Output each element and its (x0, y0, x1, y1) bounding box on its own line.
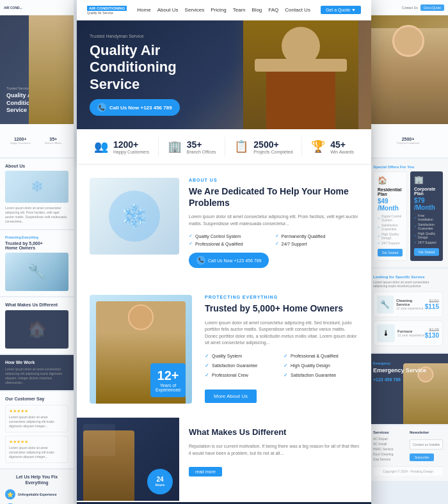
left-diff-title: What Makes Us Different (5, 303, 68, 308)
left-sidebar: AIR COND... Trusted Service Quality AirC… (0, 0, 74, 504)
main-content: AIR CONDITIONING Quality Air Service Hom… (77, 0, 371, 504)
different-content: What Makes Us Different Reputation is ou… (179, 418, 371, 501)
furnace-icon: 🌡 (377, 324, 395, 342)
trusted-section: 12+ Years ofExperienced Protecting Every… (77, 282, 371, 416)
trusted-feature-3: ✓Satisfaction Guarantee (205, 363, 280, 368)
corporate-btn[interactable]: Get Started (414, 248, 439, 256)
left-about-text: Lorem ipsum dolor sit amet consectetur a… (5, 206, 68, 224)
nav-faq[interactable]: FAQ (268, 7, 278, 13)
trusted-feature-4: ✓High Quality Design (284, 363, 358, 368)
footer-link-5[interactable]: Gas Service (373, 457, 406, 461)
service-pricing-section: Looking for Specific Service Lorem ipsum… (368, 269, 448, 352)
projects-icon: 📋 (234, 139, 248, 154)
awards-icon: 🏆 (311, 139, 325, 154)
years-badge: 12+ Years ofExperienced (150, 363, 186, 397)
nav-team[interactable]: Team (233, 7, 246, 13)
cleaning-service-item: 🔧 Cleaning Service 12 year experience $1… (373, 292, 443, 317)
left-trusted-tag: Protecting Everything (5, 235, 68, 239)
newsletter-submit[interactable]: Subscribe (410, 453, 434, 461)
residential-btn[interactable]: Get Started (378, 249, 403, 256)
hero-cta-button[interactable]: 📞 Call Us Now +123 456 789 (90, 99, 180, 116)
trusted-feature-2: ✓Professional & Qualified (284, 353, 358, 359)
different-image: 24 Hours (77, 418, 179, 501)
residential-plan: 🏠 Residential Plan $49 /Month ✓Digital C… (373, 171, 407, 261)
stat-customers: 👥 1200+ Happy Customers (94, 139, 149, 154)
phone-icon: 📞 (97, 103, 106, 112)
footer-link-2[interactable]: AC Install (373, 442, 406, 446)
right-nav-btn: Get a Quote (420, 4, 444, 11)
left-how-title: How We Work (5, 360, 68, 365)
left-about-title: About Us (5, 164, 68, 168)
trusted-image: 12+ Years ofExperienced (90, 295, 192, 404)
left-stat-1: 1200+ Happy Customers (5, 137, 36, 145)
nav-blog[interactable]: Blog (252, 7, 262, 13)
navbar-links[interactable]: Home About Us Services Pricing Team Blog… (137, 7, 310, 13)
trusted-content: Protecting Everything Trusted by 5,000+ … (205, 295, 358, 404)
pricing-tag: Special Offers For You (373, 165, 443, 169)
stat-offices: 🏢 35+ Branch Offices (168, 139, 216, 154)
about-cta[interactable]: 📞 Call Us Now +123 456 789 (189, 253, 269, 268)
service-pricing-text: Lorem ipsum dolor sit amet consectetur a… (373, 280, 443, 288)
residential-icon: 🏠 (378, 176, 403, 185)
newsletter-input[interactable] (410, 439, 443, 450)
about-feature-1: ✓Quality Control System (189, 233, 273, 239)
trusted-feature-5: ✓Professional Crew (205, 372, 280, 378)
about-feature-3: ✓Professional & Qualified (189, 241, 273, 246)
hero-content: Trusted Handyman Service Quality Air Con… (90, 34, 180, 116)
left-testimonial-2: ★★★★★ Lorem ipsum dolor sit amet consect… (5, 436, 68, 463)
left-how-text: Lorem ipsum dolor sit amet consectetur a… (5, 367, 68, 385)
pricing-cards: 🏠 Residential Plan $49 /Month ✓Digital C… (373, 171, 443, 261)
nav-contact[interactable]: Contact Us (285, 7, 310, 13)
stat-projects: 📋 2500+ Projects Completed (234, 139, 292, 154)
footer-link-1[interactable]: AC Repair (373, 437, 406, 441)
right-hero-image (368, 15, 448, 124)
left-logo: AIR COND... (4, 6, 22, 10)
different-cta[interactable]: read more (189, 467, 222, 476)
hero-person-image (243, 20, 358, 129)
hero-title: Quality Air Conditioning Service (90, 42, 180, 93)
footer-link-3[interactable]: HVAC Service (373, 447, 406, 451)
about-section: ❄️ About Us We Are Dedicated To Help You… (77, 165, 371, 281)
about-content: About Us We Are Dedicated To Help Your H… (189, 178, 358, 268)
trusted-feature-6: ✓Satisfaction Guarantee (284, 372, 358, 378)
navbar: AIR CONDITIONING Quality Air Service Hom… (77, 0, 371, 20)
footer-services-col: Services AC Repair AC Install HVAC Servi… (373, 430, 406, 461)
navbar-logo: AIR CONDITIONING Quality Air Service (87, 6, 127, 15)
nav-about[interactable]: About Us (157, 7, 179, 13)
right-footer: Services AC Repair AC Install HVAC Servi… (368, 425, 448, 481)
offices-icon: 🏢 (168, 139, 182, 154)
about-feature-2: ✓Permanently Qualified (275, 233, 359, 239)
nav-pricing[interactable]: Pricing (211, 7, 226, 13)
emergency-title: Emergency Service (373, 367, 443, 375)
more-about-button[interactable]: More About Us (205, 390, 257, 403)
nav-home[interactable]: Home (137, 7, 150, 13)
left-testimonial-1: ★★★★★ Lorem ipsum dolor sit amet consect… (5, 405, 68, 432)
left-testimonials-title: Our Customer Say (5, 397, 68, 401)
emergency-section: Emergency Emergency Service +123 456 789 (368, 354, 448, 424)
trusted-feature-1: ✓Quality System (205, 353, 280, 359)
service-pricing-tag: Looking for Specific Service (373, 275, 443, 279)
hero-trusted: Trusted Handyman Service (90, 34, 180, 38)
get-quote-button[interactable]: Get a Quote ▼ (321, 6, 361, 14)
customers-icon: 👥 (94, 139, 108, 154)
left-fix-title: Let Us Help You Fix Everything (5, 475, 68, 485)
cleaning-icon: 🔧 (377, 295, 394, 313)
pricing-section: Special Offers For You 🏠 Residential Pla… (368, 159, 448, 267)
copyright: Copyright © 2024 - Pending Design (373, 466, 443, 476)
hero-image (230, 20, 371, 129)
left-trusted-title: Trusted by 5,000+Home Owners (5, 241, 68, 250)
about-phone-icon: 📞 (196, 256, 205, 265)
stats-bar: 👥 1200+ Happy Customers 🏢 35+ Branch Off… (77, 129, 371, 164)
footer-link-4[interactable]: Duct Cleaning (373, 452, 406, 456)
left-diff-image: 🏠 (5, 310, 68, 349)
corporate-plan: 🏢 Corporate Plan $79 /Month ✓Free Instal… (410, 171, 443, 261)
right-sidebar: Contact Us Get a Quote 2500+ Projects Co… (368, 0, 448, 481)
right-stats-area: 2500+ Projects Completed (368, 124, 448, 157)
footer-newsletter-col: Newsletter Subscribe (410, 430, 443, 461)
nav-services[interactable]: Services (185, 7, 205, 13)
left-fix-item-1: ⭐ Unforgettable Experience (5, 489, 68, 500)
about-feature-4: ✓24/7 Support (275, 241, 359, 246)
stat-awards: 🏆 45+ Win Awards (311, 139, 354, 154)
hero-section: Trusted Handyman Service Quality Air Con… (77, 20, 371, 129)
left-trusted-image: 🔧 (5, 253, 68, 291)
